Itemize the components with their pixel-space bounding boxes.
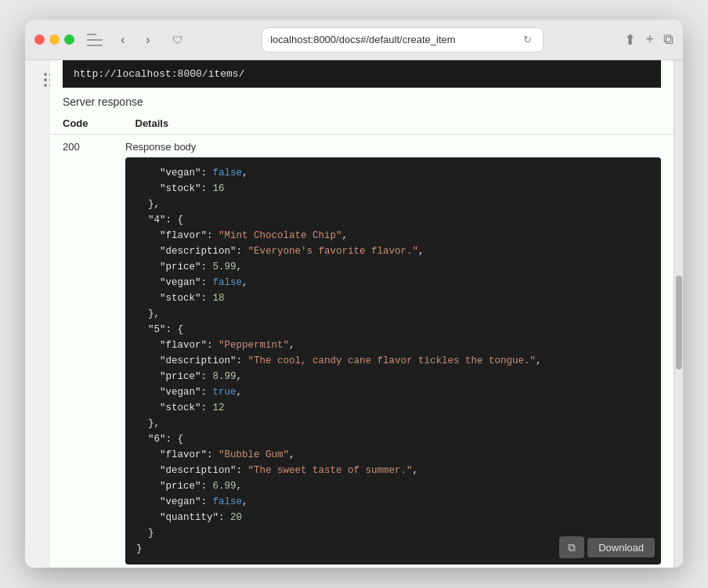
code-line: "vegan": false,	[136, 165, 650, 181]
code-line: "stock": 16	[136, 181, 650, 197]
response-row: 200 Response body "vegan": false, "stock…	[50, 135, 674, 568]
response-details: Response body "vegan": false, "stock": 1…	[125, 141, 661, 565]
tabs-button[interactable]: ⧉	[663, 31, 674, 49]
nav-buttons: ‹ ›	[112, 29, 159, 51]
scrollbar[interactable]	[674, 60, 683, 568]
code-line: "description": "The sweet taste of summe…	[136, 463, 650, 478]
code-line: "4": {	[136, 212, 650, 228]
dot	[44, 84, 47, 87]
code-line: "flavor": "Peppermint",	[136, 337, 650, 353]
code-line: "6": {	[136, 431, 650, 447]
details-column-header: Details	[135, 117, 169, 129]
code-line: "flavor": "Mint Chocolate Chip",	[136, 228, 650, 243]
minimize-button[interactable]	[49, 34, 60, 45]
sidebar-toggle-icon[interactable]	[87, 34, 103, 46]
content-wrapper: http://localhost:8000/items/ Server resp…	[25, 60, 683, 568]
code-line: "5": {	[136, 322, 650, 337]
code-line: "stock": 18	[136, 290, 650, 306]
address-bar[interactable]: localhost:8000/docs#/default/create_item…	[262, 27, 544, 52]
code-line: },	[136, 197, 650, 212]
code-line: },	[136, 416, 650, 431]
back-button[interactable]: ‹	[112, 29, 134, 51]
code-column-header: Code	[63, 117, 88, 129]
traffic-lights	[34, 34, 74, 45]
code-block: "vegan": false, "stock": 16 }, "4": { "f…	[125, 157, 661, 565]
new-tab-button[interactable]: +	[645, 31, 654, 49]
browser-titlebar: ‹ › 🛡 localhost:8000/docs#/default/creat…	[25, 20, 683, 60]
maximize-button[interactable]	[64, 34, 74, 45]
reload-button[interactable]: ↻	[519, 32, 535, 48]
code-line: "vegan": false,	[136, 275, 650, 290]
download-button[interactable]: Download	[587, 538, 655, 557]
download-bar: ⧉ Download	[559, 536, 655, 558]
code-line: "price": 5.99,	[136, 259, 650, 275]
code-line: },	[136, 306, 650, 322]
code-line: "vegan": true,	[136, 384, 650, 400]
copy-button[interactable]: ⧉	[559, 536, 584, 558]
url-text: localhost:8000/docs#/default/create_item	[270, 34, 515, 45]
shield-icon: 🛡	[168, 31, 187, 49]
code-line: "description": "Everyone's favorite flav…	[136, 243, 650, 259]
dot	[44, 78, 47, 81]
share-button[interactable]: ⬆	[624, 31, 636, 49]
server-response-label: Server response	[50, 88, 674, 113]
code-line: "description": "The cool, candy cane fla…	[136, 353, 650, 369]
dots-panel	[25, 60, 50, 568]
code-line: "vegan": false,	[136, 494, 650, 510]
code-line: "price": 6.99,	[136, 478, 650, 494]
close-button[interactable]	[34, 34, 45, 45]
code-line: "stock": 12	[136, 400, 650, 416]
browser-window: ‹ › 🛡 localhost:8000/docs#/default/creat…	[25, 20, 683, 568]
code-line: "flavor": "Bubble Gum",	[136, 447, 650, 463]
dot	[44, 73, 47, 76]
scrollbar-thumb[interactable]	[676, 276, 682, 370]
response-body-label: Response body	[125, 141, 661, 153]
forward-button[interactable]: ›	[137, 29, 159, 51]
code-line: "quantity": 20	[136, 510, 650, 525]
url-display-bar: http://localhost:8000/items/	[63, 60, 661, 88]
code-line: "price": 8.99,	[136, 369, 650, 384]
main-content: http://localhost:8000/items/ Server resp…	[50, 60, 674, 568]
response-code: 200	[63, 141, 110, 153]
url-display-text: http://localhost:8000/items/	[74, 68, 244, 80]
table-header: Code Details	[50, 113, 674, 135]
browser-actions: ⬆ + ⧉	[624, 31, 674, 49]
